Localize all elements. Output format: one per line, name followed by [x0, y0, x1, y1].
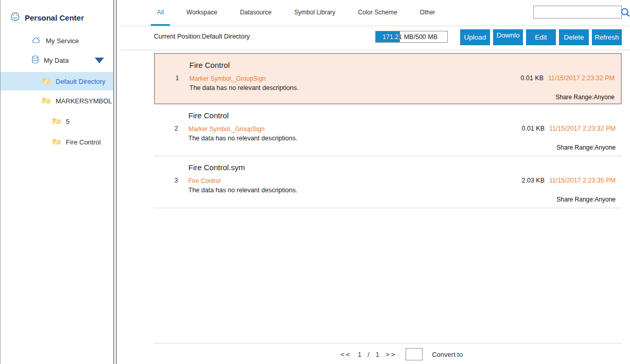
folder-icon [52, 117, 61, 126]
sidebar-item-label: 5 [66, 118, 69, 125]
row-description: The data has no relevant descriptions. [189, 84, 299, 92]
row-date: 11/15/2017 2:23:35 PM [549, 177, 616, 184]
pagination-separator [154, 343, 622, 343]
download-button[interactable]: Downlo [493, 29, 523, 45]
sidebar-item-label: My Data [44, 57, 68, 64]
total-pages: 1 [376, 351, 379, 358]
row-index: 3 [174, 177, 178, 184]
personal-center-window: Personal Center My Service My Data [0, 0, 630, 364]
folder-icon [42, 97, 51, 105]
tab-workspace[interactable]: Workspace [180, 0, 223, 26]
database-icon [31, 56, 39, 65]
delete-button[interactable]: Delete [559, 29, 589, 45]
smiley-icon [11, 12, 20, 23]
row-description: The data has no relevant descriptions. [188, 187, 297, 194]
row-share-range: Share Range:Anyone [556, 144, 616, 151]
list-item[interactable]: 3 Fire Control.sym Fire Control The data… [154, 156, 622, 208]
toolbar: Current Position:Default Directory 171.2… [117, 26, 630, 50]
upload-button[interactable]: Upload [460, 29, 490, 45]
page-separator: / [367, 351, 370, 358]
sidebar-item-markersymbol[interactable]: MARKERSYMBOL [42, 97, 127, 105]
sidebar-title: Personal Center [25, 13, 84, 22]
row-share-range: Share Range:Anyone [556, 196, 616, 203]
tab-bar: All Workspace Datasource Symbol Library … [117, 0, 630, 26]
current-position-label: Current Position:Default Directory [154, 33, 250, 40]
edit-button[interactable]: Edit [526, 29, 556, 45]
row-description: The data has no relevant descriptions. [188, 135, 297, 142]
sidebar-item-my-data[interactable]: My Data [31, 56, 113, 65]
sidebar-item-my-service[interactable]: My Service [31, 36, 79, 45]
page-jump-input[interactable] [406, 348, 423, 360]
row-index: 1 [176, 75, 179, 82]
folder-icon [42, 77, 51, 86]
storage-meter: 171.21 MB/500 MB 171.21 MB/500 MB [375, 31, 448, 43]
row-size: 0.01 KB [522, 125, 545, 132]
row-date: 11/15/2017 2:23:32 PM [548, 75, 615, 82]
tab-all[interactable]: All [151, 0, 170, 26]
sidebar-item-label: My Service [46, 37, 79, 45]
row-date: 11/15/2017 2:23:32 PM [549, 125, 616, 132]
row-share-range: Share Range:Anyone [555, 94, 615, 101]
row-size: 2.03 KB [522, 177, 545, 184]
triangle-down-icon[interactable] [95, 58, 104, 63]
row-index: 2 [174, 125, 178, 132]
search-box [533, 6, 622, 19]
refresh-button[interactable]: Refresh [592, 29, 622, 45]
row-size: 0.01 KB [521, 75, 544, 82]
pagination: << 1 / 1 >> Convert to [117, 348, 630, 360]
prev-page-button[interactable]: << [341, 351, 352, 358]
next-page-button[interactable]: >> [386, 351, 396, 358]
tab-other[interactable]: Other [414, 0, 442, 26]
row-title: Fire Control [188, 111, 229, 120]
row-subtitle: Fire Control [188, 177, 221, 185]
search-icon[interactable] [620, 7, 630, 18]
sidebar-item-default-directory[interactable]: Default Directory [1, 72, 113, 90]
tab-datasource[interactable]: Datasource [234, 0, 277, 26]
sidebar-header: Personal Center [11, 12, 84, 23]
main-panel: All Workspace Datasource Symbol Library … [116, 0, 630, 364]
cloud-sync-icon [31, 36, 41, 45]
sidebar-item-fire-control[interactable]: Fire Control [52, 138, 101, 147]
row-title: Fire Control.sym [188, 163, 245, 172]
toolbar-buttons: Upload Downlo Edit Delete Refresh [460, 29, 622, 45]
current-page: 1 [358, 351, 361, 358]
sidebar: Personal Center My Service My Data [1, 0, 114, 364]
folder-icon [52, 138, 61, 147]
list-item[interactable]: 2 Fire Control Marker Symbol,_GroupSign … [154, 104, 622, 156]
search-input[interactable] [534, 6, 620, 18]
convert-to-button[interactable]: Convert to [432, 351, 463, 358]
sidebar-item-label: Fire Control [66, 138, 101, 146]
list-item[interactable]: 1 Fire Control Marker Symbol,_GroupSign … [154, 53, 622, 104]
row-subtitle: Marker Symbol,_GroupSign [188, 125, 265, 133]
sidebar-item-label: MARKERSYMBOL [56, 97, 112, 105]
toolbar-separator [121, 50, 630, 50]
tab-symbol-library[interactable]: Symbol Library [288, 0, 342, 26]
tab-color-scheme[interactable]: Color Scheme [352, 0, 404, 26]
sidebar-item-label: Default Directory [56, 78, 106, 85]
file-list: 1 Fire Control Marker Symbol,_GroupSign … [117, 53, 630, 208]
row-subtitle: Marker Symbol,_GroupSign [189, 75, 266, 82]
row-title: Fire Control [189, 61, 230, 69]
sidebar-item-folder-5[interactable]: 5 [52, 117, 69, 126]
